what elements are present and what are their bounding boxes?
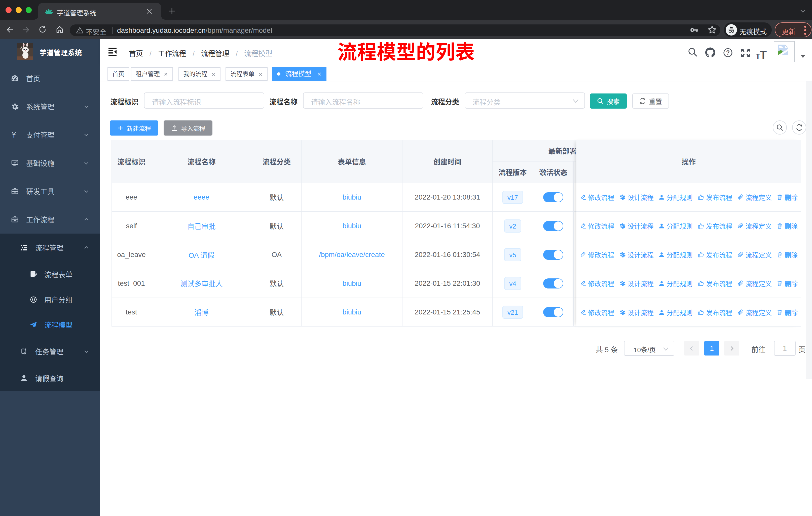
svg-text:?: ? — [726, 49, 730, 56]
